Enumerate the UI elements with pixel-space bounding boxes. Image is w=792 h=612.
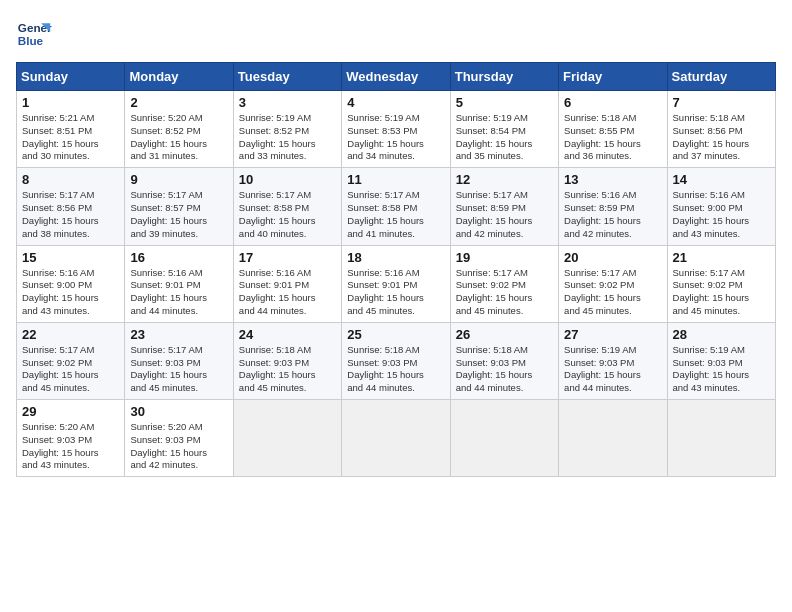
day-number: 23 [130,327,227,342]
calendar-day-cell: 16Sunrise: 5:16 AM Sunset: 9:01 PM Dayli… [125,245,233,322]
calendar-week-row: 1Sunrise: 5:21 AM Sunset: 8:51 PM Daylig… [17,91,776,168]
day-number: 14 [673,172,770,187]
day-info: Sunrise: 5:17 AM Sunset: 8:56 PM Dayligh… [22,189,119,240]
calendar-week-row: 22Sunrise: 5:17 AM Sunset: 9:02 PM Dayli… [17,322,776,399]
day-info: Sunrise: 5:18 AM Sunset: 8:55 PM Dayligh… [564,112,661,163]
day-number: 12 [456,172,553,187]
day-number: 5 [456,95,553,110]
calendar-day-cell: 3Sunrise: 5:19 AM Sunset: 8:52 PM Daylig… [233,91,341,168]
day-number: 2 [130,95,227,110]
calendar-week-row: 15Sunrise: 5:16 AM Sunset: 9:00 PM Dayli… [17,245,776,322]
calendar-day-cell: 20Sunrise: 5:17 AM Sunset: 9:02 PM Dayli… [559,245,667,322]
day-info: Sunrise: 5:16 AM Sunset: 9:01 PM Dayligh… [347,267,444,318]
day-number: 30 [130,404,227,419]
day-number: 26 [456,327,553,342]
day-number: 9 [130,172,227,187]
day-number: 29 [22,404,119,419]
day-number: 7 [673,95,770,110]
calendar-header-wednesday: Wednesday [342,63,450,91]
calendar-week-row: 29Sunrise: 5:20 AM Sunset: 9:03 PM Dayli… [17,400,776,477]
day-info: Sunrise: 5:17 AM Sunset: 8:58 PM Dayligh… [239,189,336,240]
day-info: Sunrise: 5:20 AM Sunset: 8:52 PM Dayligh… [130,112,227,163]
day-number: 20 [564,250,661,265]
day-number: 28 [673,327,770,342]
calendar-day-cell: 23Sunrise: 5:17 AM Sunset: 9:03 PM Dayli… [125,322,233,399]
day-number: 6 [564,95,661,110]
day-number: 17 [239,250,336,265]
calendar-empty-cell [667,400,775,477]
calendar-day-cell: 21Sunrise: 5:17 AM Sunset: 9:02 PM Dayli… [667,245,775,322]
day-info: Sunrise: 5:17 AM Sunset: 8:59 PM Dayligh… [456,189,553,240]
day-number: 19 [456,250,553,265]
day-number: 11 [347,172,444,187]
day-number: 21 [673,250,770,265]
day-number: 25 [347,327,444,342]
calendar-day-cell: 2Sunrise: 5:20 AM Sunset: 8:52 PM Daylig… [125,91,233,168]
day-info: Sunrise: 5:17 AM Sunset: 9:03 PM Dayligh… [130,344,227,395]
day-number: 1 [22,95,119,110]
page-header: General Blue [16,16,776,52]
day-number: 16 [130,250,227,265]
calendar-day-cell: 22Sunrise: 5:17 AM Sunset: 9:02 PM Dayli… [17,322,125,399]
calendar-day-cell: 14Sunrise: 5:16 AM Sunset: 9:00 PM Dayli… [667,168,775,245]
calendar-header-sunday: Sunday [17,63,125,91]
day-info: Sunrise: 5:18 AM Sunset: 9:03 PM Dayligh… [347,344,444,395]
calendar-header-thursday: Thursday [450,63,558,91]
day-info: Sunrise: 5:16 AM Sunset: 9:00 PM Dayligh… [22,267,119,318]
calendar-day-cell: 24Sunrise: 5:18 AM Sunset: 9:03 PM Dayli… [233,322,341,399]
day-info: Sunrise: 5:18 AM Sunset: 8:56 PM Dayligh… [673,112,770,163]
day-number: 10 [239,172,336,187]
day-number: 13 [564,172,661,187]
day-number: 3 [239,95,336,110]
calendar-header-row: SundayMondayTuesdayWednesdayThursdayFrid… [17,63,776,91]
day-info: Sunrise: 5:16 AM Sunset: 9:01 PM Dayligh… [239,267,336,318]
day-info: Sunrise: 5:19 AM Sunset: 9:03 PM Dayligh… [564,344,661,395]
day-info: Sunrise: 5:17 AM Sunset: 8:58 PM Dayligh… [347,189,444,240]
day-info: Sunrise: 5:19 AM Sunset: 8:52 PM Dayligh… [239,112,336,163]
calendar-day-cell: 6Sunrise: 5:18 AM Sunset: 8:55 PM Daylig… [559,91,667,168]
calendar-empty-cell [233,400,341,477]
day-info: Sunrise: 5:20 AM Sunset: 9:03 PM Dayligh… [130,421,227,472]
calendar-header-tuesday: Tuesday [233,63,341,91]
calendar-day-cell: 9Sunrise: 5:17 AM Sunset: 8:57 PM Daylig… [125,168,233,245]
calendar-empty-cell [342,400,450,477]
calendar-day-cell: 11Sunrise: 5:17 AM Sunset: 8:58 PM Dayli… [342,168,450,245]
day-info: Sunrise: 5:17 AM Sunset: 9:02 PM Dayligh… [456,267,553,318]
svg-text:Blue: Blue [18,34,44,47]
day-number: 22 [22,327,119,342]
day-info: Sunrise: 5:19 AM Sunset: 8:54 PM Dayligh… [456,112,553,163]
logo-icon: General Blue [16,16,52,52]
day-info: Sunrise: 5:18 AM Sunset: 9:03 PM Dayligh… [456,344,553,395]
calendar-header-saturday: Saturday [667,63,775,91]
calendar-day-cell: 7Sunrise: 5:18 AM Sunset: 8:56 PM Daylig… [667,91,775,168]
calendar-day-cell: 1Sunrise: 5:21 AM Sunset: 8:51 PM Daylig… [17,91,125,168]
day-info: Sunrise: 5:19 AM Sunset: 8:53 PM Dayligh… [347,112,444,163]
calendar-day-cell: 5Sunrise: 5:19 AM Sunset: 8:54 PM Daylig… [450,91,558,168]
calendar-day-cell: 26Sunrise: 5:18 AM Sunset: 9:03 PM Dayli… [450,322,558,399]
day-info: Sunrise: 5:16 AM Sunset: 8:59 PM Dayligh… [564,189,661,240]
day-info: Sunrise: 5:17 AM Sunset: 9:02 PM Dayligh… [22,344,119,395]
calendar-day-cell: 27Sunrise: 5:19 AM Sunset: 9:03 PM Dayli… [559,322,667,399]
calendar-empty-cell [450,400,558,477]
calendar-header-monday: Monday [125,63,233,91]
calendar-day-cell: 15Sunrise: 5:16 AM Sunset: 9:00 PM Dayli… [17,245,125,322]
day-info: Sunrise: 5:17 AM Sunset: 9:02 PM Dayligh… [564,267,661,318]
calendar-day-cell: 19Sunrise: 5:17 AM Sunset: 9:02 PM Dayli… [450,245,558,322]
calendar-day-cell: 13Sunrise: 5:16 AM Sunset: 8:59 PM Dayli… [559,168,667,245]
calendar-day-cell: 29Sunrise: 5:20 AM Sunset: 9:03 PM Dayli… [17,400,125,477]
day-number: 4 [347,95,444,110]
calendar-day-cell: 25Sunrise: 5:18 AM Sunset: 9:03 PM Dayli… [342,322,450,399]
day-info: Sunrise: 5:21 AM Sunset: 8:51 PM Dayligh… [22,112,119,163]
day-info: Sunrise: 5:16 AM Sunset: 9:00 PM Dayligh… [673,189,770,240]
day-info: Sunrise: 5:19 AM Sunset: 9:03 PM Dayligh… [673,344,770,395]
calendar-day-cell: 17Sunrise: 5:16 AM Sunset: 9:01 PM Dayli… [233,245,341,322]
day-info: Sunrise: 5:16 AM Sunset: 9:01 PM Dayligh… [130,267,227,318]
day-info: Sunrise: 5:18 AM Sunset: 9:03 PM Dayligh… [239,344,336,395]
calendar-empty-cell [559,400,667,477]
calendar-day-cell: 8Sunrise: 5:17 AM Sunset: 8:56 PM Daylig… [17,168,125,245]
day-info: Sunrise: 5:17 AM Sunset: 8:57 PM Dayligh… [130,189,227,240]
day-number: 15 [22,250,119,265]
day-number: 8 [22,172,119,187]
calendar-week-row: 8Sunrise: 5:17 AM Sunset: 8:56 PM Daylig… [17,168,776,245]
calendar-day-cell: 12Sunrise: 5:17 AM Sunset: 8:59 PM Dayli… [450,168,558,245]
